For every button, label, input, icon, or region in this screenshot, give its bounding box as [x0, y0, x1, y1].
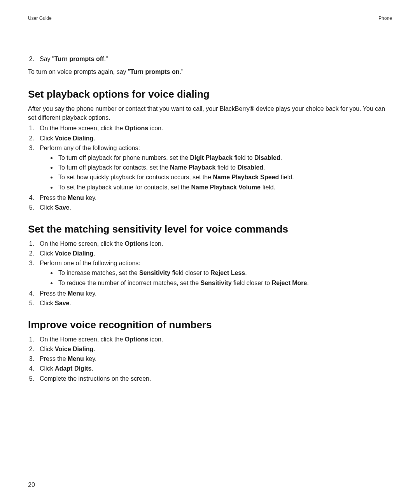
step-item: 5. Click Save. [28, 203, 392, 212]
text: On the Home screen, click the [40, 125, 125, 131]
bullet-item: To turn off playback for contacts, set t… [57, 163, 392, 172]
text: field closer to [170, 270, 210, 276]
text: To set how quickly playback for contacts… [58, 174, 213, 180]
step-marker: 2. [28, 134, 40, 143]
text: Click [40, 346, 55, 352]
bold-text: Menu [68, 355, 84, 362]
text: To reduce the number of incorrect matche… [58, 280, 201, 286]
text: To turn on voice prompts again, say " [28, 68, 130, 75]
step-marker: 3. [28, 144, 40, 192]
section-heading-playback-options: Set playback options for voice dialing [28, 87, 392, 102]
bold-text: Options [125, 125, 148, 131]
bullet-item: To set how quickly playback for contacts… [57, 173, 392, 182]
bold-text: Save [55, 204, 69, 211]
text: . [69, 204, 71, 211]
section-heading-matching-sensitivity: Set the matching sensitivity level for v… [28, 222, 392, 237]
text: Perform one of the following actions: [40, 260, 140, 266]
bold-text: Menu [68, 290, 84, 297]
step-body: Click Save. [40, 299, 392, 308]
step-marker: 2. [28, 345, 40, 354]
text: Click [40, 250, 55, 257]
bold-text: Name Playback Speed [213, 174, 279, 180]
step-marker: 2. [28, 54, 40, 63]
step-marker: 1. [28, 239, 40, 248]
bold-text: Options [125, 240, 148, 247]
text: . [307, 280, 308, 286]
text: Press the [40, 290, 68, 297]
step-body: Click Voice Dialing. [40, 249, 392, 258]
step-body: Perform one of the following actions: To… [40, 259, 392, 288]
bold-text: Options [125, 336, 148, 343]
text: icon. [148, 240, 163, 247]
text: . [93, 135, 95, 142]
text: . [93, 346, 95, 352]
step-body: Click Voice Dialing. [40, 134, 392, 143]
text: Say " [40, 56, 54, 62]
step-marker: 5. [28, 299, 40, 308]
step-marker: 5. [28, 203, 40, 212]
sub-bullet-list: To increase matches, set the Sensitivity… [57, 268, 392, 287]
running-header: User Guide Phone [28, 16, 392, 21]
bold-text: Digit Playback [190, 154, 233, 161]
sub-bullet-list: To turn off playback for phone numbers, … [57, 153, 392, 192]
page-content: 2. Say "Turn prompts off." To turn on vo… [28, 54, 392, 383]
step-body: Perform any of the following actions: To… [40, 144, 392, 192]
step-body: Click Voice Dialing. [40, 345, 392, 354]
step-marker: 1. [28, 124, 40, 133]
step-item: 4. Press the Menu key. [28, 289, 392, 298]
step-list: 1. On the Home screen, click the Options… [28, 239, 392, 308]
text: To increase matches, set the [58, 270, 139, 276]
step-body: Say "Turn prompts off." [40, 54, 392, 63]
step-body: Press the Menu key. [40, 289, 392, 298]
bold-text: Name Playback Volume [191, 184, 261, 191]
step-item: 3. Press the Menu key. [28, 354, 392, 363]
step-body: Press the Menu key. [40, 354, 392, 363]
step-marker: 3. [28, 354, 40, 363]
text: To turn off playback for contacts, set t… [58, 164, 170, 171]
text: . [69, 300, 71, 306]
text: To turn off playback for phone numbers, … [58, 154, 190, 161]
step-item: 3. Perform any of the following actions:… [28, 144, 392, 192]
text: . [280, 154, 282, 161]
text: Press the [40, 355, 68, 362]
step-list: 1. On the Home screen, click the Options… [28, 124, 392, 212]
step-marker: 4. [28, 364, 40, 373]
step-item: 5. Click Save. [28, 299, 392, 308]
step-item: 5. Complete the instructions on the scre… [28, 374, 392, 383]
step-item: 2. Click Voice Dialing. [28, 249, 392, 258]
bold-text: Name Playback [170, 164, 215, 171]
step-body: Press the Menu key. [40, 193, 392, 202]
text: field. [279, 174, 294, 180]
bold-text: Adapt Digits [55, 365, 91, 372]
step-item: 2. Click Voice Dialing. [28, 134, 392, 143]
text: Perform any of the following actions: [40, 145, 140, 151]
text: ." [180, 68, 184, 75]
text: key. [84, 290, 97, 297]
step-item: 2. Click Voice Dialing. [28, 345, 392, 354]
step-marker: 4. [28, 193, 40, 202]
step-body: Click Adapt Digits. [40, 364, 392, 373]
step-body: Click Save. [40, 203, 392, 212]
text: To set the playback volume for contacts,… [58, 184, 191, 191]
step-body: On the Home screen, click the Options ic… [40, 239, 392, 248]
page-number: 20 [28, 481, 35, 488]
header-left: User Guide [28, 16, 52, 21]
step-item: 4. Press the Menu key. [28, 193, 392, 202]
bold-text: Reject More [272, 280, 307, 286]
text: . [245, 270, 247, 276]
bold-text: Reject Less [210, 270, 245, 276]
text: field to [215, 164, 237, 171]
step-marker: 4. [28, 289, 40, 298]
bold-text: Voice Dialing [55, 346, 93, 352]
bullet-item: To set the playback volume for contacts,… [57, 183, 392, 192]
step-body: Complete the instructions on the screen. [40, 374, 392, 383]
step-item: 1. On the Home screen, click the Options… [28, 124, 392, 133]
step-item: 3. Perform one of the following actions:… [28, 259, 392, 288]
text: field. [261, 184, 275, 191]
text: . [263, 164, 265, 171]
bullet-item: To turn off playback for phone numbers, … [57, 153, 392, 162]
step-marker: 5. [28, 374, 40, 383]
text: icon. [148, 125, 163, 131]
text: key. [84, 355, 97, 362]
bold-text: Sensitivity [201, 280, 232, 286]
